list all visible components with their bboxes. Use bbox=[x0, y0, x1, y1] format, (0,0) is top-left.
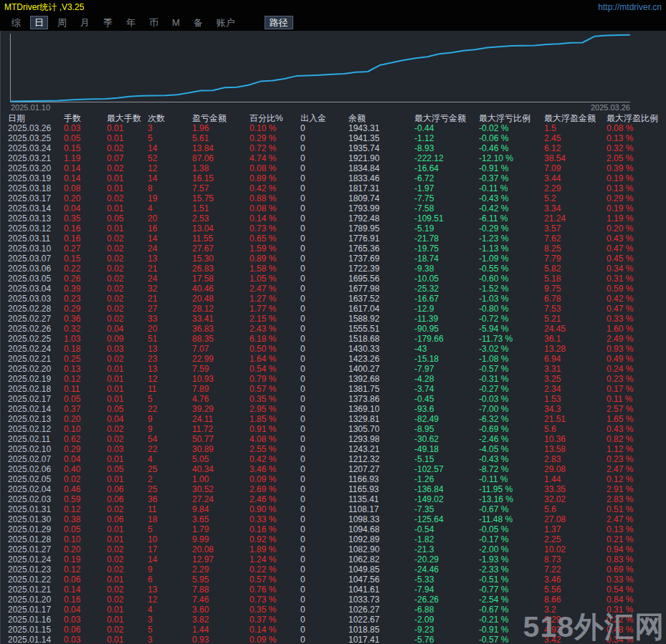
table-body: 2025.03.260.030.0131.960.10 %01943.31-0.… bbox=[1, 123, 666, 644]
cell: 1518.68 bbox=[348, 334, 414, 344]
cell: 2.15 % bbox=[249, 314, 300, 324]
cell: 0 bbox=[300, 554, 348, 564]
menu-item-季[interactable]: 季 bbox=[99, 16, 117, 29]
cell: 2.46 % bbox=[249, 494, 300, 504]
cell: 5 bbox=[148, 394, 192, 404]
cell: 0.21 % bbox=[606, 534, 666, 544]
cell: -19.75 bbox=[414, 244, 479, 254]
cell: 0 bbox=[300, 203, 348, 213]
cell: -11.48 % bbox=[479, 514, 544, 524]
cell: 0.47 % bbox=[606, 304, 666, 314]
cell: 0.33 % bbox=[606, 575, 666, 585]
cell: 0.33 % bbox=[606, 314, 666, 324]
cell: 1935.74 bbox=[348, 143, 414, 153]
cell: 2025.01.23 bbox=[8, 564, 64, 575]
cell: 2.45 bbox=[544, 133, 606, 143]
site-link[interactable]: http://mtdriver.cn bbox=[598, 0, 662, 14]
cell: 0.01 bbox=[107, 364, 148, 374]
cell: 0.05 bbox=[107, 213, 148, 224]
cell: 0.40 bbox=[64, 464, 107, 474]
menu-item-币[interactable]: 币 bbox=[145, 16, 163, 29]
menu-item-账户[interactable]: 账户 bbox=[212, 16, 239, 29]
cell: 3.46 bbox=[544, 575, 606, 585]
cell: 1793.99 bbox=[348, 203, 414, 213]
cell: 0.10 bbox=[64, 534, 107, 544]
cell: 7.62 bbox=[544, 234, 606, 244]
cell: 36.83 bbox=[192, 324, 249, 334]
menu-item-日[interactable]: 日 bbox=[30, 16, 48, 29]
cell: 5 bbox=[148, 625, 192, 635]
cell: 5.6 bbox=[544, 504, 606, 514]
cell: 2025.01.22 bbox=[8, 575, 64, 585]
table-row: 2025.02.200.130.01137.590.54 %01400.27-7… bbox=[1, 364, 666, 374]
cell: 0 bbox=[300, 264, 348, 274]
cell: 7.89 bbox=[192, 384, 249, 394]
cell: -9.23 bbox=[414, 625, 479, 635]
cell: 1617.04 bbox=[348, 304, 414, 314]
cell: 0.73 % bbox=[249, 595, 300, 605]
cell: 0.01 bbox=[107, 224, 148, 234]
cell: 20.08 bbox=[192, 544, 249, 554]
menu-item-月[interactable]: 月 bbox=[76, 16, 94, 29]
cell: 1165.93 bbox=[348, 484, 414, 494]
cell: 0.47 % bbox=[606, 244, 666, 254]
table-row: 2025.03.250.050.0155.610.29 %01941.35-1.… bbox=[1, 133, 666, 143]
cell: -0.45 bbox=[414, 394, 479, 404]
cell: 1.51 bbox=[192, 203, 249, 213]
cell: -2.09 bbox=[414, 615, 479, 625]
cell: 7.22 bbox=[544, 564, 606, 575]
cell: 0 bbox=[300, 294, 348, 304]
cell: 0.29 bbox=[64, 304, 107, 314]
column-header: 次数 bbox=[148, 113, 192, 123]
cell: -7.00 % bbox=[479, 404, 544, 414]
cell: 27.08 bbox=[544, 514, 606, 524]
menu-item-周[interactable]: 周 bbox=[53, 16, 71, 29]
cell: -7.97 bbox=[414, 364, 479, 374]
cell: 1166.93 bbox=[348, 474, 414, 484]
cell: -0.21 % bbox=[479, 615, 544, 625]
cell: -7.94 bbox=[414, 585, 479, 595]
menu-item-综[interactable]: 综 bbox=[7, 16, 25, 29]
cell: 2025.03.03 bbox=[8, 294, 64, 304]
cell: 1423.26 bbox=[348, 354, 414, 364]
cell: 0.05 bbox=[64, 133, 107, 143]
cell: 0 bbox=[300, 314, 348, 324]
cell: 0.02 bbox=[107, 434, 148, 444]
menu-item-年[interactable]: 年 bbox=[122, 16, 140, 29]
daily-stats-table: 日期手数最大手数次数盈亏金额百分比%出入金余额最大浮亏金额最大浮亏比例最大浮盈金… bbox=[1, 113, 666, 644]
cell: 0.02 bbox=[107, 254, 148, 264]
table-row: 2025.01.160.030.0133.820.37 %01022.67-2.… bbox=[1, 615, 666, 625]
cell: 20 bbox=[148, 324, 192, 334]
cell: -2.00 % bbox=[479, 544, 544, 554]
cell: 0.01 bbox=[107, 133, 148, 143]
table-row: 2025.03.060.220.022126.831.58 %01722.39-… bbox=[1, 264, 666, 274]
cell: -82.49 bbox=[414, 414, 479, 424]
table-row: 2025.03.240.150.021413.840.72 %01935.74-… bbox=[1, 143, 666, 153]
cell: -16.64 bbox=[414, 163, 479, 173]
cell: 14 bbox=[148, 554, 192, 564]
cell: -0.67 % bbox=[479, 504, 544, 514]
menu-item-备[interactable]: 备 bbox=[189, 16, 207, 29]
cell: 8.73 bbox=[544, 554, 606, 564]
cell: 1.96 bbox=[192, 123, 249, 133]
cell: 0.01 bbox=[107, 394, 148, 404]
table-row: 2025.03.260.030.0131.960.10 %01943.31-0.… bbox=[1, 123, 666, 133]
cell: 0.54 % bbox=[249, 364, 300, 374]
cell: 36 bbox=[148, 494, 192, 504]
path-button[interactable]: 路径 bbox=[265, 16, 293, 29]
cell: 1.05 % bbox=[249, 274, 300, 284]
cell: 2.53 bbox=[192, 213, 249, 224]
cell: 0.15 bbox=[64, 254, 107, 264]
cell: -0.57 % bbox=[479, 364, 544, 374]
table-row: 2025.03.140.040.0141.510.08 %01793.99-7.… bbox=[1, 203, 666, 213]
cell: 1.00 bbox=[192, 474, 249, 484]
cell: -9.38 bbox=[414, 264, 479, 274]
cell: 6.94 bbox=[544, 354, 606, 364]
cell: 3.31 bbox=[544, 364, 606, 374]
cell: 0 bbox=[300, 575, 348, 585]
cell: 0 bbox=[300, 143, 348, 153]
column-header: 最大浮盈比例 bbox=[606, 113, 666, 123]
cell: 1833.46 bbox=[348, 173, 414, 183]
menu-item-M[interactable]: M bbox=[168, 16, 184, 29]
cell: 0.02 bbox=[64, 474, 107, 484]
